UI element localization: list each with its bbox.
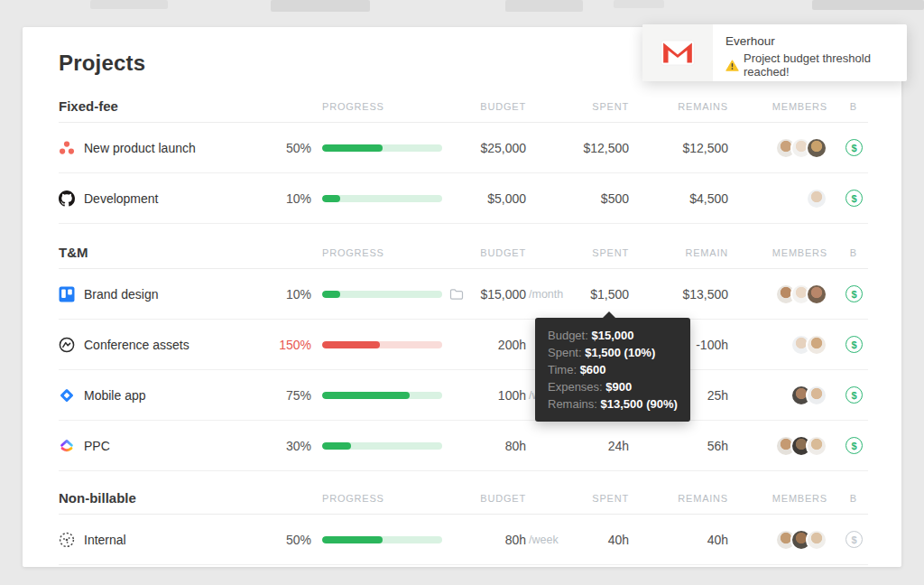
avatar[interactable] <box>806 188 827 209</box>
column-header-billing: B <box>827 493 868 504</box>
section-rows: New product launch 50% $25,000 $12,500 $… <box>59 123 868 224</box>
avatar[interactable] <box>806 334 827 356</box>
project-row[interactable]: Brand design 10% $15,000/month $1,500 $1… <box>59 269 868 320</box>
members-cell <box>728 334 827 356</box>
billable-icon[interactable]: $ <box>845 386 863 404</box>
progress-bar <box>322 144 442 152</box>
warning-triangle-icon <box>725 60 739 71</box>
budget-suffix: /month <box>529 288 563 301</box>
progress-fill <box>322 442 351 450</box>
tooltip-label: Expenses: <box>548 380 605 394</box>
progress-cell <box>322 144 467 152</box>
progress-cell <box>322 291 467 298</box>
section-header: Fixed-fee PROGRESS BUDGET SPENT REMAINS … <box>59 90 868 123</box>
budget-cell: $5,000 <box>467 191 526 206</box>
project-name: Internal <box>84 533 275 547</box>
project-row[interactable]: Development 10% $5,000 $500 $4,500 $ <box>59 173 868 224</box>
background-block <box>90 0 168 9</box>
tooltip-label: Time: <box>548 363 580 376</box>
progress-cell <box>322 442 467 450</box>
spent-value: $12,500 <box>526 141 629 155</box>
background-block <box>271 0 370 12</box>
background-block <box>614 0 664 8</box>
notification-message: Project budget threshold reached! <box>744 51 898 79</box>
billable-icon[interactable]: $ <box>845 336 863 353</box>
progress-bar <box>322 442 442 450</box>
column-header-remains: REMAINS <box>629 101 728 112</box>
section-title: Fixed-fee <box>59 98 275 114</box>
budget-cell: 200h <box>467 338 526 352</box>
members-cell <box>728 188 827 209</box>
basecamp-icon <box>59 337 75 353</box>
spent-value: 24h <box>526 439 629 453</box>
projects-card: Projects Fixed-fee PROGRESS BUDGET SPENT… <box>23 27 901 567</box>
members-cell <box>728 529 827 551</box>
dashed-circle-icon <box>59 532 75 548</box>
column-header-progress: PROGRESS <box>322 101 467 112</box>
gmail-notification[interactable]: Everhour Project budget threshold reache… <box>642 24 907 81</box>
trello-icon <box>59 286 75 302</box>
avatar[interactable] <box>806 385 827 406</box>
budget-value: 80h <box>505 439 526 453</box>
tooltip-value: $1,500 (10%) <box>585 346 655 359</box>
budget-value: $25,000 <box>480 141 526 155</box>
avatar[interactable] <box>806 283 827 305</box>
project-row[interactable]: Internal 50% 80h/week 40h 40h $ <box>59 515 868 565</box>
project-name: Development <box>84 191 275 206</box>
progress-cell <box>322 195 467 202</box>
progress-bar <box>322 392 442 399</box>
remains-value: 40h <box>629 533 728 547</box>
column-header-spent: SPENT <box>526 247 629 258</box>
tooltip-label: Remains: <box>548 397 601 411</box>
billing-cell: $ <box>827 531 868 548</box>
progress-percent: 75% <box>275 388 322 403</box>
project-row[interactable]: Conference assets 150% 200h -100h $ <box>59 320 868 370</box>
members-cell <box>728 385 827 406</box>
background-block <box>812 0 924 10</box>
column-header-members: MEMBERS <box>728 247 827 258</box>
column-header-remains: REMAINS <box>629 493 728 504</box>
progress-percent: 150% <box>275 338 322 352</box>
billable-icon[interactable]: $ <box>845 437 863 454</box>
billable-icon[interactable]: $ <box>845 190 863 207</box>
tooltip-label: Budget: <box>548 329 591 342</box>
avatar[interactable] <box>806 529 827 551</box>
budget-value: 200h <box>498 338 526 352</box>
members-cell <box>728 137 827 159</box>
section-title: T&M <box>59 245 275 260</box>
project-row[interactable]: New product launch 50% $25,000 $12,500 $… <box>59 123 868 173</box>
tooltip-line: Time: $600 <box>548 361 678 378</box>
project-section: Non-billable PROGRESS BUDGET SPENT REMAI… <box>59 482 868 565</box>
project-row[interactable]: Mobile app 75% 100h/week 25h $ <box>59 370 868 421</box>
billable-icon[interactable]: $ <box>845 285 863 302</box>
progress-cell <box>322 536 467 543</box>
budget-value: 80h <box>505 533 526 547</box>
billable-icon[interactable]: $ <box>845 139 863 156</box>
progress-fill <box>322 341 380 348</box>
progress-bar <box>322 536 442 543</box>
tooltip-value: $900 <box>605 380 632 394</box>
background-block <box>505 0 583 12</box>
column-header-members: MEMBERS <box>728 101 827 112</box>
progress-bar <box>322 341 442 348</box>
tooltip-line: Expenses: $900 <box>548 378 678 395</box>
members-cell <box>728 283 827 305</box>
avatar[interactable] <box>806 435 827 457</box>
tooltip-line: Spent: $1,500 (10%) <box>548 344 678 361</box>
non-billable-icon[interactable]: $ <box>845 531 863 548</box>
project-name: PPC <box>84 439 275 453</box>
billing-cell: $ <box>827 285 868 302</box>
progress-percent: 10% <box>275 191 322 206</box>
project-row[interactable]: PPC 30% 80h 24h 56h $ <box>59 421 868 471</box>
budget-cell: $15,000/month <box>467 287 526 302</box>
billing-cell: $ <box>827 437 868 454</box>
column-header-billing: B <box>827 247 868 258</box>
avatar[interactable] <box>806 137 827 159</box>
budget-value: $5,000 <box>487 191 526 206</box>
tooltip-arrow <box>603 311 615 318</box>
progress-bar <box>322 195 442 202</box>
tooltip-value: $13,500 (90%) <box>601 397 678 411</box>
clickup-icon <box>59 438 75 454</box>
folder-icon[interactable] <box>449 288 464 301</box>
tooltip-label: Spent: <box>548 346 585 359</box>
